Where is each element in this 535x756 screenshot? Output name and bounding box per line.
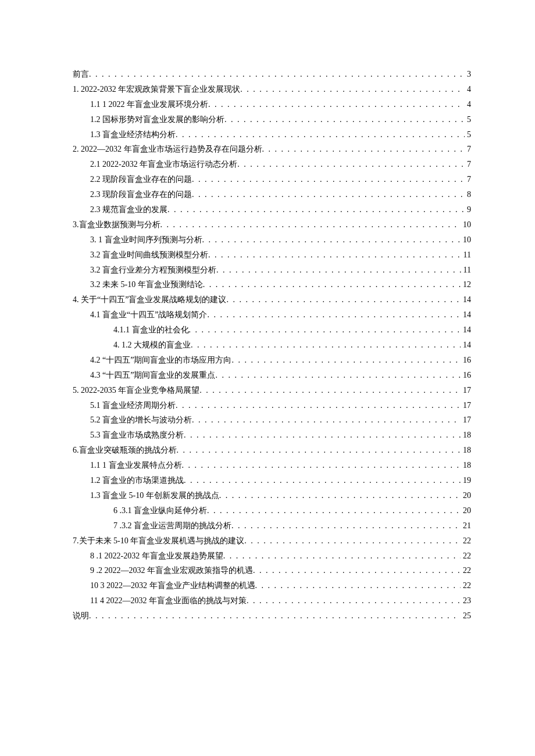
toc-entry-label: 1.2 国标形势对盲盒业发展的影响分析 [90, 112, 224, 127]
toc-entry-page: 17 [461, 413, 471, 428]
toc-leader-dots [208, 97, 465, 112]
toc-leader-dots [207, 503, 461, 518]
toc-entry: 5. 2022-2035 年盲企业竞争格局展望17 [73, 383, 471, 398]
toc-entry-label: 2.1 2022-2032 年盲盒业市场运行动态分析 [90, 157, 237, 172]
toc-entry-page: 5 [465, 127, 471, 142]
toc-entry: 2.2 现阶段盲盒业存在的问题7 [73, 172, 471, 187]
toc-entry-label: 3.2 盲盒行业差分方程预测模型分析 [90, 263, 216, 278]
toc-leader-dots [160, 217, 461, 232]
toc-entry-label: 6 .3.1 盲盒业纵向延伸分析 [113, 503, 207, 518]
toc-leader-dots [216, 263, 461, 278]
toc-entry-page: 22 [461, 549, 471, 564]
toc-leader-dots [184, 473, 461, 488]
toc-entry-page: 17 [461, 383, 471, 398]
toc-entry-label: 2. 2022—2032 年盲盒业市场运行趋势及存在问题分析 [73, 142, 262, 157]
toc-entry: 2. 2022—2032 年盲盒业市场运行趋势及存在问题分析7 [73, 142, 471, 157]
toc-entry: 4.3 “十四五”期间盲盒业的发展重点16 [73, 368, 471, 383]
toc-leader-dots [219, 488, 461, 503]
toc-entry-page: 14 [461, 307, 471, 323]
toc-entry-page: 10 [461, 232, 471, 248]
toc-leader-dots [247, 593, 461, 608]
toc-leader-dots [89, 608, 461, 624]
toc-entry-label: 8 .1 2022-2032 年盲盒业发展趋势展望 [90, 549, 223, 564]
toc-entry-page: 18 [461, 428, 471, 443]
toc-entry: 3.2 盲盒行业差分方程预测模型分析11 [73, 263, 471, 278]
toc-leader-dots [253, 563, 461, 578]
toc-entry: 1.3 盲盒业 5-10 年创新发展的挑战点20 [73, 488, 471, 503]
toc-leader-dots [182, 458, 461, 473]
toc-entry-label: 1.3 盲盒业经济结构分析 [90, 127, 176, 142]
toc-entry-label: 5.1 盲盒业经济周期分析 [90, 398, 176, 413]
toc-entry: 4.1 盲盒业“十四五”战咯规划简介14 [73, 307, 471, 323]
toc-entry: 5.1 盲盒业经济周期分析17 [73, 398, 471, 413]
toc-entry-page: 14 [461, 292, 471, 307]
toc-entry: 9 .2 2022—2032 年盲盒业宏观政策指导的机遇22 [73, 563, 471, 578]
toc-entry-page: 18 [461, 443, 471, 458]
toc-leader-dots [244, 533, 461, 549]
toc-entry-label: 9 .2 2022—2032 年盲盒业宏观政策指导的机遇 [90, 563, 253, 578]
toc-entry-label: 前言 [73, 67, 89, 82]
toc-entry-page: 22 [461, 533, 471, 549]
toc-entry-page: 21 [461, 518, 471, 533]
toc-entry-page: 20 [461, 488, 471, 503]
toc-entry: 4.1.1 盲盒业的社会化14 [73, 323, 471, 338]
toc-entry: 5.3 盲盒业市场成熟度分析18 [73, 428, 471, 443]
toc-entry-label: 10 3 2022—2032 年盲盒业产业结构调整的机遇 [90, 578, 255, 593]
toc-leader-dots [189, 323, 461, 338]
toc-entry: 6 .3.1 盲盒业纵向延伸分析20 [73, 503, 471, 518]
toc-leader-dots [226, 292, 461, 307]
toc-leader-dots [262, 142, 465, 157]
toc-entry-page: 17 [461, 398, 471, 413]
toc-entry: 7.关于未来 5-10 年盲盒业发展机遇与挑战的建议22 [73, 533, 471, 549]
toc-entry-page: 5 [465, 112, 471, 127]
toc-entry-page: 4 [465, 97, 471, 112]
toc-entry-page: 14 [461, 338, 471, 353]
toc-leader-dots [223, 549, 461, 564]
toc-entry: 10 3 2022—2032 年盲盒业产业结构调整的机遇22 [73, 578, 471, 593]
toc-entry-label: 2.2 现阶段盲盒业存在的问题 [90, 172, 192, 187]
toc-entry-page: 10 [461, 217, 471, 232]
toc-entry-label: 1.3 盲盒业 5-10 年创新发展的挑战点 [90, 488, 219, 503]
toc-entry-label: 4.2 “十四五”期间盲盒业的市场应用方向 [90, 353, 231, 368]
toc-leader-dots [231, 353, 461, 368]
toc-leader-dots [203, 277, 461, 292]
toc-entry-page: 22 [461, 563, 471, 578]
toc-entry: 说明25 [73, 608, 471, 624]
toc-leader-dots [207, 307, 461, 323]
toc-entry-label: 2.3 规范盲盒业的发展 [90, 202, 167, 217]
toc-leader-dots [176, 398, 461, 413]
toc-leader-dots [167, 202, 465, 217]
toc-entry-page: 18 [461, 458, 471, 473]
toc-entry-label: 7.关于未来 5-10 年盲盒业发展机遇与挑战的建议 [73, 533, 244, 549]
toc-entry-page: 11 [461, 248, 471, 263]
toc-leader-dots [240, 82, 465, 97]
toc-leader-dots [191, 338, 461, 353]
toc-leader-dots [208, 248, 461, 263]
toc-leader-dots [192, 413, 461, 428]
toc-entry: 2.3 规范盲盒业的发展9 [73, 202, 471, 217]
toc-entry-page: 23 [461, 593, 471, 608]
toc-entry-label: 4.3 “十四五”期间盲盒业的发展重点 [90, 368, 215, 383]
toc-entry-page: 11 [461, 263, 471, 278]
toc-entry-page: 12 [461, 277, 471, 292]
toc-entry-label: 3.2 盲盒业时间曲线预测模型分析 [90, 248, 208, 263]
toc-entry: 7 .3.2 盲盒业运营周期的挑战分析21 [73, 518, 471, 533]
toc-leader-dots [202, 232, 461, 248]
toc-entry: 1.1 1 盲盒业发展特点分析18 [73, 458, 471, 473]
toc-entry-page: 25 [461, 608, 471, 624]
toc-entry-page: 16 [461, 368, 471, 383]
toc-entry-page: 7 [465, 172, 471, 187]
toc-leader-dots [255, 578, 461, 593]
toc-entry-label: 4.1.1 盲盒业的社会化 [113, 323, 189, 338]
toc-entry-label: 5. 2022-2035 年盲企业竞争格局展望 [73, 383, 199, 398]
toc-entry-label: 5.3 盲盒业市场成熟度分析 [90, 428, 184, 443]
toc-entry-label: 1.2 盲盒业的市场渠道挑战 [90, 473, 184, 488]
toc-entry-page: 14 [461, 323, 471, 338]
toc-leader-dots [89, 67, 465, 82]
toc-leader-dots [231, 518, 461, 533]
toc-entry-label: 1. 2022-2032 年宏观政策背景下盲企业发展现状 [73, 82, 240, 97]
toc-entry: 前言3 [73, 67, 471, 82]
toc-entry-label: 说明 [73, 608, 89, 624]
toc-leader-dots [177, 443, 461, 458]
toc-entry: 5.2 盲盒业的增长与波动分析17 [73, 413, 471, 428]
